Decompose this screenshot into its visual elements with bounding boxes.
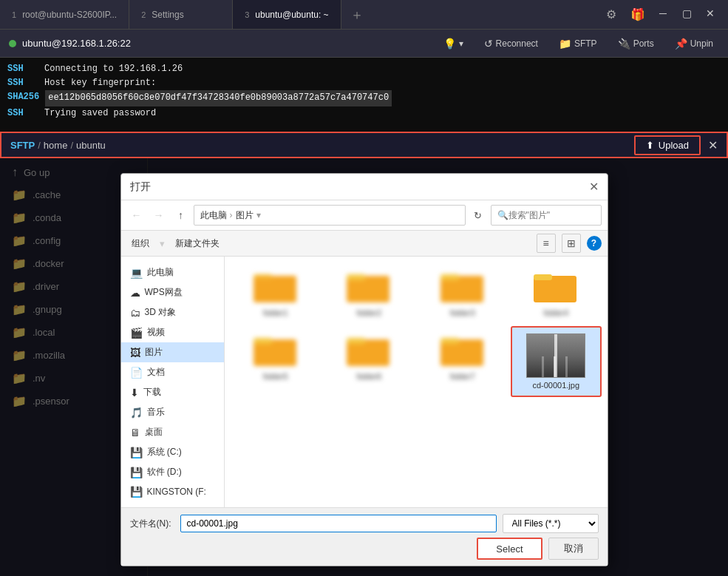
settings-icon[interactable]: ⚙ [601, 4, 622, 25]
view-list-button[interactable]: ≡ [537, 234, 556, 253]
tab-3[interactable]: 3 ubuntu@ubuntu: ~ [233, 0, 341, 29]
ssh-line-4: SSH Trying saved password [7, 106, 721, 121]
gift-icon[interactable]: 🎁 [627, 4, 648, 25]
search-icon: 🔍 [497, 210, 508, 220]
refresh-button[interactable]: ↻ [469, 206, 488, 225]
action-row: Select 取消 [130, 538, 599, 560]
docs-icon: 📄 [130, 367, 143, 379]
light-button[interactable]: 💡 ▾ [438, 35, 469, 52]
folder-2-icon [347, 268, 391, 305]
tab-1[interactable]: 1 root@ubuntu-S2600IP... [0, 0, 129, 29]
road-image-preview [526, 333, 585, 378]
tree-item-wps[interactable]: ☁ WPS网盘 [121, 282, 224, 302]
breadcrumb[interactable]: 此电脑 › 图片 ▾ [194, 205, 466, 226]
host-label: ubuntu@192.168.1.26:22 [22, 38, 131, 49]
back-button[interactable]: ← [127, 206, 146, 225]
svg-rect-14 [440, 338, 459, 344]
tree-item-d[interactable]: 💾 软件 (D:) [121, 462, 224, 482]
filename-label: 文件名(N): [130, 518, 174, 530]
grid-image-cd00001[interactable]: cd-00001.jpg [511, 326, 602, 397]
view-grid-button[interactable]: ⊞ [562, 234, 581, 253]
sftp-close-button[interactable]: ✕ [708, 138, 718, 152]
filename-input[interactable] [180, 515, 497, 532]
cancel-button[interactable]: 取消 [548, 538, 599, 560]
left-tree: 💻 此电脑 ☁ WPS网盘 🗂 3D 对象 🎬 视频 [121, 257, 225, 507]
reconnect-button[interactable]: ↺ Reconnect [478, 35, 544, 52]
dialog-nav-bar: ← → ↑ 此电脑 › 图片 ▾ ↻ 🔍 [121, 200, 608, 231]
tree-item-3d[interactable]: 🗂 3D 对象 [121, 302, 224, 322]
dialog-footer: 文件名(N): All Files (*.*) Select 取消 [121, 507, 608, 566]
up-button[interactable]: ↑ [171, 206, 191, 225]
tree-item-c[interactable]: 💾 系统 (C:) [121, 442, 224, 462]
video-icon: 🎬 [130, 327, 143, 339]
sftp-icon: 📁 [559, 38, 571, 50]
tree-item-desktop[interactable]: 🖥 桌面 [121, 422, 224, 442]
drive-c-icon: 💾 [130, 447, 143, 458]
maximize-button[interactable]: ▢ [678, 4, 695, 22]
ssh-line-3: SHA256 ee112b065d8056f60c8e070df47f34728… [7, 90, 721, 106]
tree-item-pc[interactable]: 💻 此电脑 [121, 262, 224, 282]
tab-2[interactable]: 2 Settings [129, 0, 233, 29]
content-area: ↑ Go up 📁 .cache 📁 .conda 📁 .config 📁 .d… [0, 158, 728, 576]
upload-icon: ⬆ [646, 140, 654, 151]
organize-button[interactable]: 组织 [127, 235, 154, 252]
svg-rect-12 [347, 338, 365, 344]
dialog-close-button[interactable]: ✕ [589, 180, 599, 194]
tree-item-docs[interactable]: 📄 文档 [121, 362, 224, 382]
forward-button[interactable]: → [149, 206, 169, 225]
svg-rect-18 [542, 356, 544, 378]
svg-rect-17 [554, 356, 556, 378]
ssh-line-2: SSH Host key fingerprint: [7, 76, 721, 90]
ssh-line-1: SSH Connecting to 192.168.1.26 [7, 62, 721, 76]
filetype-select[interactable]: All Files (*.*) [503, 514, 599, 533]
folder-7-icon [440, 332, 485, 369]
ports-button[interactable]: 🔌 Ports [612, 35, 660, 52]
music-icon: 🎵 [130, 407, 143, 419]
pc-icon: 💻 [130, 267, 143, 279]
folder-1-icon [254, 268, 298, 305]
sftp-button[interactable]: 📁 SFTP [553, 35, 603, 52]
grid-folder-4[interactable]: folder4 [511, 262, 602, 323]
tree-item-music[interactable]: 🎵 音乐 [121, 402, 224, 422]
grid-folder-7[interactable]: folder7 [418, 326, 508, 397]
tree-item-video[interactable]: 🎬 视频 [121, 322, 224, 342]
grid-folder-2[interactable]: folder2 [324, 262, 415, 323]
tree-item-pictures[interactable]: 🖼 图片 [121, 342, 224, 362]
upload-button[interactable]: ⬆ Upload [634, 135, 701, 155]
ssh-output: SSH Connecting to 192.168.1.26 SSH Host … [0, 58, 728, 132]
image-filename: cd-00001.jpg [532, 381, 579, 390]
drive-f-icon: 💾 [130, 486, 143, 498]
help-button[interactable]: ? [587, 236, 602, 251]
grid-folder-1[interactable]: folder1 [231, 262, 322, 323]
organize-bar: 组织 ▾ 新建文件夹 ≡ ⊞ ? [121, 231, 608, 257]
title-bar: 1 root@ubuntu-S2600IP... 2 Settings 3 ub… [0, 0, 728, 30]
select-button[interactable]: Select [477, 538, 542, 560]
file-grid: folder1 folder2 [225, 257, 608, 507]
open-file-dialog: 打开 ✕ ← → ↑ 此电脑 › 图片 ▾ ↻ 🔍 [120, 173, 608, 566]
search-box: 🔍 [491, 205, 602, 226]
folder-3-icon [440, 268, 485, 305]
search-input[interactable] [508, 210, 595, 220]
connection-toolbar: ubuntu@192.168.1.26:22 💡 ▾ ↺ Reconnect 📁… [0, 30, 728, 58]
grid-folder-6[interactable]: folder6 [324, 326, 415, 397]
light-icon: 💡 [443, 38, 456, 50]
reconnect-icon: ↺ [484, 38, 493, 50]
unpin-button[interactable]: 📌 Unpin [669, 35, 719, 52]
toolbar-actions: 💡 ▾ ↺ Reconnect 📁 SFTP 🔌 Ports 📌 Unpin [438, 35, 719, 52]
svg-rect-10 [254, 338, 272, 344]
downloads-icon: ⬇ [130, 387, 139, 399]
window-controls: ⚙ 🎁 ─ ▢ ✕ [592, 4, 728, 25]
grid-folder-5[interactable]: folder5 [231, 326, 322, 397]
grid-folder-3[interactable]: folder3 [418, 262, 508, 323]
minimize-button[interactable]: ─ [654, 4, 672, 22]
add-tab-button[interactable]: ＋ [341, 6, 372, 24]
drive-d-icon: 💾 [130, 467, 143, 478]
tree-item-kingston[interactable]: 💾 KINGSTON (F: [121, 482, 224, 501]
close-button[interactable]: ✕ [701, 4, 719, 22]
cloud-icon: ☁ [130, 287, 140, 299]
pin-icon: 📌 [675, 38, 687, 50]
dialog-overlay: 打开 ✕ ← → ↑ 此电脑 › 图片 ▾ ↻ 🔍 [0, 158, 728, 576]
new-folder-button[interactable]: 新建文件夹 [171, 235, 224, 252]
tree-item-downloads[interactable]: ⬇ 下载 [121, 382, 224, 402]
pictures-icon: 🖼 [130, 347, 140, 359]
